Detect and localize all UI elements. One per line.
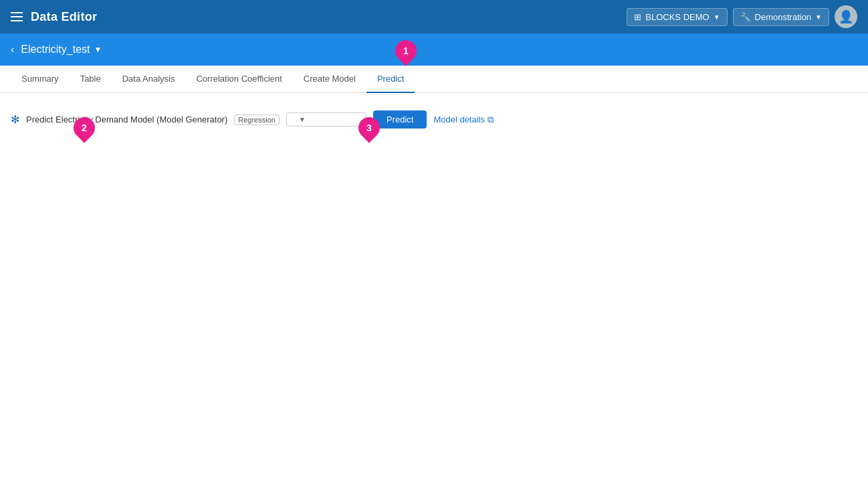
app-title: Data Editor <box>31 10 97 24</box>
model-label: Predict Electricity Demand Model (Model … <box>26 114 227 125</box>
predict-button[interactable]: Predict <box>373 110 427 129</box>
back-button[interactable]: ‹ <box>11 44 14 56</box>
demo-btn[interactable]: 🔧 Demonstration ▼ <box>733 8 829 26</box>
tab-table[interactable]: Table <box>70 66 112 93</box>
tab-data-analysis[interactable]: Data Analysis <box>112 66 186 93</box>
model-dropdown[interactable]: ▼ <box>286 112 366 127</box>
page-title: Electricity_test <box>21 44 90 56</box>
avatar-icon: 👤 <box>839 9 853 24</box>
tab-summary[interactable]: Summary <box>11 66 70 93</box>
dropdown-arrow-icon: ▼ <box>299 116 306 123</box>
sub-header: ‹ Electricity_test ▼ <box>0 33 868 66</box>
blocks-icon: ⊞ <box>634 12 641 22</box>
predict-bar: ✻ Predict Electricity Demand Model (Mode… <box>11 104 857 135</box>
blocks-chevron-icon: ▼ <box>714 13 720 21</box>
back-icon: ‹ <box>11 44 14 56</box>
blocks-btn-label: BLOCKS DEMO <box>645 12 709 22</box>
app-header: Data Editor ⊞ BLOCKS DEMO ▼ 🔧 Demonstrat… <box>0 0 868 33</box>
tab-bar: Summary Table Data Analysis Correlation … <box>0 66 868 93</box>
model-details-link[interactable]: Model details ⧉ <box>433 114 494 125</box>
hamburger-menu[interactable] <box>11 12 23 21</box>
blocks-demo-btn[interactable]: ⊞ BLOCKS DEMO ▼ <box>627 8 727 26</box>
wrench-icon: 🔧 <box>740 12 751 22</box>
demo-chevron-icon: ▼ <box>815 13 822 21</box>
model-details-text: Model details <box>433 114 485 125</box>
title-dropdown-icon[interactable]: ▼ <box>94 45 102 54</box>
tab-predict[interactable]: Predict <box>366 66 415 93</box>
model-icon: ✻ <box>11 113 19 126</box>
user-avatar[interactable]: 👤 <box>835 5 857 28</box>
header-controls: ⊞ BLOCKS DEMO ▼ 🔧 Demonstration ▼ 👤 <box>627 5 857 28</box>
external-link-icon: ⧉ <box>487 114 494 125</box>
tab-correlation[interactable]: Correlation Coefficient <box>185 66 292 93</box>
predict-content: ✻ Predict Electricity Demand Model (Mode… <box>0 93 868 146</box>
main-content: Summary Table Data Analysis Correlation … <box>0 66 868 494</box>
model-type-badge: Regression <box>234 114 280 125</box>
demo-btn-label: Demonstration <box>755 12 812 22</box>
tab-create-model[interactable]: Create Model <box>293 66 366 93</box>
